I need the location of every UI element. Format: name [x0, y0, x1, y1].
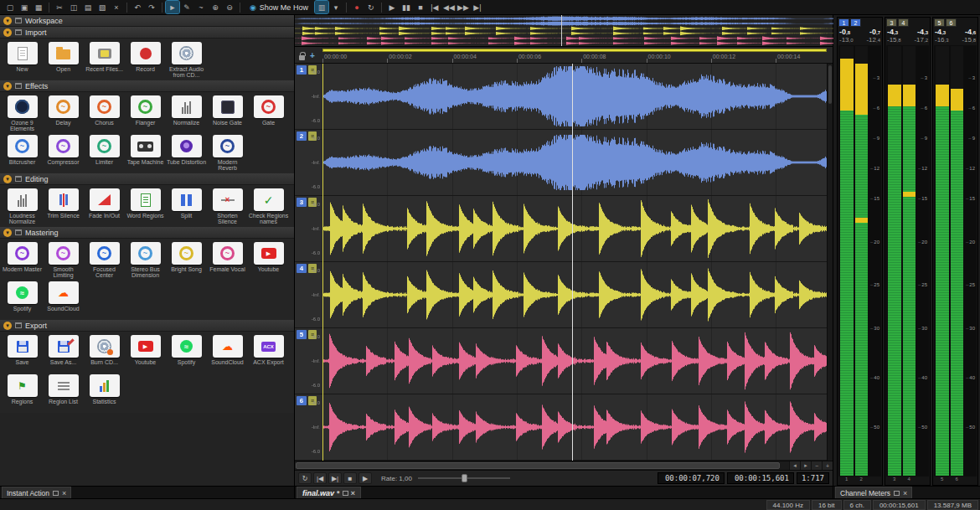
action-regions[interactable]: ⚑Regions [2, 373, 43, 412]
action-stereo-bus-dimension[interactable]: ~Stereo Bus Dimension [125, 240, 166, 280]
copy-icon[interactable]: ◫ [67, 1, 80, 13]
waveform-canvas-6[interactable] [322, 394, 828, 460]
go-to-end-icon[interactable]: ▶| [471, 1, 484, 13]
cut-icon[interactable]: ✂ [53, 1, 66, 13]
overview-waveform-canvas[interactable] [295, 16, 833, 46]
close-panel-icon[interactable]: × [62, 489, 66, 497]
waveform-canvas-1[interactable] [322, 64, 828, 129]
scrollbar-thumb[interactable] [296, 462, 780, 469]
horizontal-scrollbar[interactable]: ◂▸−+ [295, 461, 833, 470]
action-fade-in-out[interactable]: Fade In/Out [84, 187, 125, 226]
timeline-ruler[interactable]: + 00:00:0000:00:0200:00:0400:00:0600:00:… [295, 47, 833, 64]
expand-collapse-icon[interactable]: ▾ [3, 17, 12, 25]
tab-final-wav[interactable]: final.wav * × [297, 487, 361, 498]
action-trim-silence[interactable]: Trim Silence [43, 187, 84, 226]
tab-channel-meters[interactable]: Channel Meters × [835, 487, 912, 498]
play-icon[interactable]: ▶ [385, 1, 399, 13]
section-header-mastering[interactable]: ▾Mastering [0, 227, 294, 239]
zoom-in-tool-icon[interactable]: ⊕ [209, 1, 222, 13]
pencil-tool-icon[interactable]: ✎ [180, 1, 193, 13]
action-focused-center[interactable]: ~Focused Center [84, 240, 125, 280]
channel-lane-1[interactable]: 1≡-6.0-Inf.-6.0 [295, 64, 833, 130]
expand-collapse-icon[interactable]: ▾ [3, 175, 12, 183]
waveform-canvas-3[interactable] [322, 196, 828, 261]
loop-playback-button[interactable]: ↻ [298, 472, 312, 484]
snapping-icon[interactable]: ▥ [315, 1, 328, 13]
rate-slider[interactable] [418, 473, 510, 483]
action-new[interactable]: New [2, 40, 43, 80]
action-limiter[interactable]: ~Limiter [84, 133, 125, 173]
open-file-icon[interactable]: ▣ [18, 1, 31, 13]
channel-chip-5[interactable]: 5 [934, 18, 945, 27]
channel-lane-2[interactable]: 2≡-6.0-Inf.-6.0 [295, 130, 833, 196]
action-soundcloud[interactable]: ☁SoundCloud [43, 280, 84, 319]
action-female-vocal[interactable]: ~Female Vocal [207, 240, 248, 280]
float-meters-icon[interactable] [894, 491, 900, 496]
action-open[interactable]: Open [43, 40, 84, 80]
expand-collapse-icon[interactable]: ▾ [3, 82, 12, 90]
slider-handle[interactable] [462, 474, 467, 482]
section-header-export[interactable]: ▾Export [0, 320, 294, 332]
expand-collapse-icon[interactable]: ▾ [3, 322, 12, 330]
zoom-in-button[interactable]: + [822, 461, 833, 470]
play-button[interactable]: ▶ [358, 472, 372, 484]
new-file-icon[interactable]: ▢ [3, 1, 17, 13]
loop-playback-icon[interactable]: ↻ [364, 1, 378, 13]
show-me-how-button[interactable]: ◉ Show Me How [244, 3, 314, 12]
action-save-as[interactable]: Save As... [43, 333, 84, 373]
action-spotify[interactable]: ≈Spotify [2, 280, 43, 319]
channel-chip-3[interactable]: 3 [886, 18, 897, 27]
playhead-cursor[interactable] [572, 64, 573, 461]
action-noise-gate[interactable]: Noise Gate [207, 94, 248, 133]
action-region-list[interactable]: Region List [43, 373, 84, 412]
envelope-tool-icon[interactable]: ~ [194, 1, 208, 13]
redo-icon[interactable]: ↷ [145, 1, 158, 13]
overview-strip[interactable] [295, 15, 833, 47]
channel-chip-4[interactable]: 4 [898, 18, 909, 27]
section-header-effects[interactable]: ▾Effects [0, 80, 294, 92]
action-burn-cd[interactable]: Burn CD... [84, 333, 125, 373]
scroll-left-button[interactable]: ◂ [789, 461, 800, 470]
zoom-out-tool-icon[interactable]: ⊖ [223, 1, 236, 13]
action-shorten-silence[interactable]: ×Shorten Silence [207, 187, 248, 226]
undo-icon[interactable]: ↶ [131, 1, 144, 13]
action-normalize[interactable]: Normalize [166, 94, 207, 133]
edit-tool-icon[interactable]: ► [166, 1, 179, 13]
paste-icon[interactable]: ▤ [81, 1, 95, 13]
action-gate[interactable]: ~Gate [248, 94, 289, 133]
action-modern-reverb[interactable]: ~Modern Reverb [207, 133, 248, 173]
action-record[interactable]: Record [125, 40, 166, 80]
section-header-import[interactable]: ▾Import [0, 27, 294, 39]
save-file-icon[interactable]: ▦ [32, 1, 45, 13]
record-icon[interactable]: ● [350, 1, 364, 13]
scroll-right-button[interactable]: ▸ [800, 461, 811, 470]
expand-collapse-icon[interactable]: ▾ [3, 229, 12, 237]
pause-icon[interactable]: ▮▮ [400, 1, 413, 13]
float-panel-icon[interactable] [53, 491, 59, 496]
stop-button[interactable]: ■ [343, 472, 357, 484]
action-youtube[interactable]: ▶Youtube [248, 240, 289, 280]
waveform-canvas-4[interactable] [322, 262, 828, 327]
action-spotify[interactable]: ≈Spotify [166, 333, 207, 373]
action-delay[interactable]: ~Delay [43, 94, 84, 133]
overview-cursor[interactable] [561, 15, 562, 46]
waveform-canvas-5[interactable] [322, 328, 828, 394]
channel-chip-2[interactable]: 2 [850, 18, 861, 27]
action-word-regions[interactable]: Word Regions [125, 187, 166, 226]
channel-lane-5[interactable]: 5≡-6.0-Inf.-6.0 [295, 328, 833, 394]
forward-icon[interactable]: ▶▶ [456, 1, 470, 13]
action-flanger[interactable]: ~Flanger [125, 94, 166, 133]
vertical-scrollbar[interactable] [827, 64, 833, 461]
delete-icon[interactable]: × [110, 1, 123, 13]
tab-instant-action[interactable]: Instant Action × [2, 487, 71, 498]
action-smooth-limiting[interactable]: ~Smooth Limiting [43, 240, 84, 280]
vertical-scrollbar-thumb[interactable] [828, 65, 832, 104]
action-soundcloud[interactable]: ☁SoundCloud [207, 333, 248, 373]
go-to-start-button[interactable]: |◀ [313, 472, 327, 484]
section-header-editing[interactable]: ▾Editing [0, 173, 294, 185]
action-tube-distortion[interactable]: Tube Distortion [166, 133, 207, 173]
section-header-workspace[interactable]: ▾Workspace [0, 15, 294, 27]
action-acx-export[interactable]: ACXACX Export [248, 333, 289, 373]
action-extract-audio-from-cd[interactable]: Extract Audio from CD... [166, 40, 207, 80]
close-document-icon[interactable]: × [351, 489, 355, 497]
